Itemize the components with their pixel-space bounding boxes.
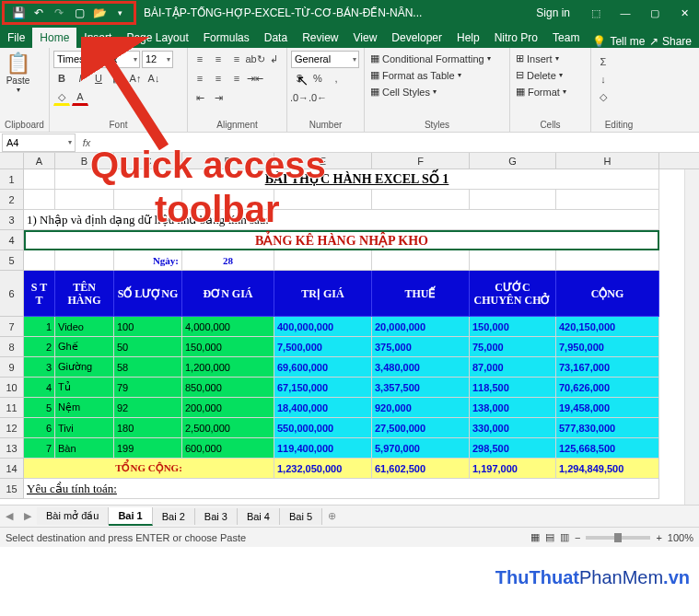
cell[interactable]: 920,000 xyxy=(372,398,470,418)
cell[interactable]: 125,668,500 xyxy=(556,438,659,459)
cell[interactable]: 1,294,849,500 xyxy=(556,459,659,479)
cell[interactable]: 420,150,000 xyxy=(556,317,659,337)
cell[interactable]: 298,500 xyxy=(470,438,556,459)
row-header[interactable]: 10 xyxy=(0,378,24,398)
qat-customize-icon[interactable]: ▾ xyxy=(111,4,129,22)
cell[interactable]: 4,000,000 xyxy=(182,317,274,337)
table-header[interactable]: THUẾ xyxy=(372,271,470,317)
row-header[interactable]: 5 xyxy=(0,250,24,271)
merge-center-icon[interactable]: ⇥⇤ xyxy=(247,70,263,87)
cell[interactable]: 3 xyxy=(24,357,55,378)
table-header[interactable]: TÊN HÀNG xyxy=(55,271,114,317)
table-header[interactable]: TRỊ GIÁ xyxy=(274,271,372,317)
paste-button[interactable]: 📋Paste▾ xyxy=(4,50,32,118)
cell[interactable]: 375,000 xyxy=(372,337,470,357)
tab-view[interactable]: View xyxy=(346,28,385,48)
cell[interactable]: 69,600,000 xyxy=(274,357,372,378)
share-button[interactable]: ↗Share xyxy=(649,35,692,48)
cell[interactable] xyxy=(470,190,556,210)
cell[interactable]: 180 xyxy=(114,418,182,438)
sheet-tab[interactable]: Bai 5 xyxy=(280,508,322,525)
clear-icon[interactable]: ◇ xyxy=(595,88,612,105)
tab-team[interactable]: Team xyxy=(545,28,587,48)
row-header[interactable]: 15 xyxy=(0,479,24,499)
align-top-icon[interactable]: ≡ xyxy=(192,51,208,67)
cell[interactable]: Giường xyxy=(55,357,114,378)
cell[interactable] xyxy=(556,190,659,210)
cell[interactable]: 3,480,000 xyxy=(372,357,470,378)
zoom-in-icon[interactable]: + xyxy=(656,532,661,543)
conditional-formatting-button[interactable]: ▦Conditional Formatting▾ xyxy=(368,52,493,65)
name-box[interactable]: A4 xyxy=(2,134,76,152)
cell[interactable]: 4 xyxy=(24,378,55,398)
cell[interactable]: 79 xyxy=(114,378,182,398)
cell[interactable]: 600,000 xyxy=(182,438,274,459)
col-header[interactable]: A xyxy=(24,153,55,169)
cell[interactable]: 200,000 xyxy=(182,398,274,418)
tab-developer[interactable]: Developer xyxy=(384,28,449,48)
cell[interactable]: 58 xyxy=(114,357,182,378)
cell[interactable] xyxy=(274,250,372,271)
zoom-slider[interactable] xyxy=(586,536,650,540)
cell[interactable]: 100 xyxy=(114,317,182,337)
align-left-icon[interactable]: ≡ xyxy=(192,70,208,87)
row-header[interactable]: 3 xyxy=(0,210,24,230)
cell[interactable]: 330,000 xyxy=(470,418,556,438)
row-header[interactable]: 8 xyxy=(0,337,24,357)
tab-nav-prev-icon[interactable]: ◀ xyxy=(0,510,18,522)
cell-styles-button[interactable]: ▦Cell Styles▾ xyxy=(368,85,493,99)
col-header[interactable]: F xyxy=(372,153,470,169)
cell[interactable]: 850,000 xyxy=(182,378,274,398)
cell[interactable]: 18,400,000 xyxy=(274,398,372,418)
cell[interactable] xyxy=(556,250,659,271)
tab-home[interactable]: Home xyxy=(32,28,76,48)
row-header[interactable]: 6 xyxy=(0,271,24,317)
comma-icon[interactable]: , xyxy=(328,70,344,87)
cell[interactable]: 28 xyxy=(182,250,274,271)
cell[interactable]: Yêu cầu tính toán: xyxy=(24,479,659,499)
grow-font-icon[interactable]: A↑ xyxy=(127,70,144,87)
sheet-tab[interactable]: Bai 4 xyxy=(238,508,280,525)
cell[interactable] xyxy=(24,190,55,210)
tab-review[interactable]: Review xyxy=(295,28,345,48)
table-header[interactable]: CỘNG xyxy=(556,271,659,317)
new-file-icon[interactable]: ▢ xyxy=(70,4,88,22)
col-header[interactable] xyxy=(0,153,24,169)
cell[interactable]: 400,000,000 xyxy=(274,317,372,337)
cell[interactable]: 3,357,500 xyxy=(372,378,470,398)
decrease-decimal-icon[interactable]: .0← xyxy=(309,89,326,106)
tell-me[interactable]: 💡Tell me xyxy=(592,35,645,48)
tab-help[interactable]: Help xyxy=(449,28,487,48)
cell[interactable]: 150,000 xyxy=(470,317,556,337)
cell[interactable]: 5,970,000 xyxy=(372,438,470,459)
cell[interactable]: 20,000,000 xyxy=(372,317,470,337)
ribbon-options-icon[interactable]: ⬚ xyxy=(581,0,611,26)
sheet-tab[interactable]: Bai 1 xyxy=(109,507,152,526)
vertical-scrollbar[interactable] xyxy=(684,169,699,505)
cell-selected[interactable]: BẢNG KÊ HÀNG NHẬP KHO xyxy=(24,230,659,250)
align-right-icon[interactable]: ≡ xyxy=(228,70,245,87)
wrap-text-icon[interactable]: ↲ xyxy=(265,51,282,67)
cell[interactable]: 1,200,000 xyxy=(182,357,274,378)
save-icon[interactable]: 💾 xyxy=(9,4,28,22)
font-size-combo[interactable]: 12 xyxy=(142,51,173,68)
maximize-icon[interactable]: ▢ xyxy=(640,0,670,26)
font-color-button[interactable]: A xyxy=(72,89,88,106)
font-name-combo[interactable]: Times New R xyxy=(53,51,140,68)
zoom-out-icon[interactable]: − xyxy=(575,532,580,543)
italic-button[interactable]: I xyxy=(72,70,88,87)
cell[interactable]: Tivi xyxy=(55,418,114,438)
cell[interactable]: 1,197,000 xyxy=(470,459,556,479)
cell[interactable]: 577,830,000 xyxy=(556,418,659,438)
row-header[interactable]: 2 xyxy=(0,190,24,210)
cell[interactable]: TỔNG CỘNG: xyxy=(24,459,274,479)
decrease-indent-icon[interactable]: ⇤ xyxy=(192,89,208,106)
cell[interactable]: 2 xyxy=(24,337,55,357)
minimize-icon[interactable]: — xyxy=(611,0,640,26)
table-header[interactable]: SỐ LƯỢNG xyxy=(114,271,182,317)
zoom-level[interactable]: 100% xyxy=(668,532,693,543)
cell[interactable]: 61,602,500 xyxy=(372,459,470,479)
row-header[interactable]: 1 xyxy=(0,169,24,190)
format-cells-button[interactable]: ▦Format▾ xyxy=(514,85,568,99)
shrink-font-icon[interactable]: A↓ xyxy=(146,70,162,87)
